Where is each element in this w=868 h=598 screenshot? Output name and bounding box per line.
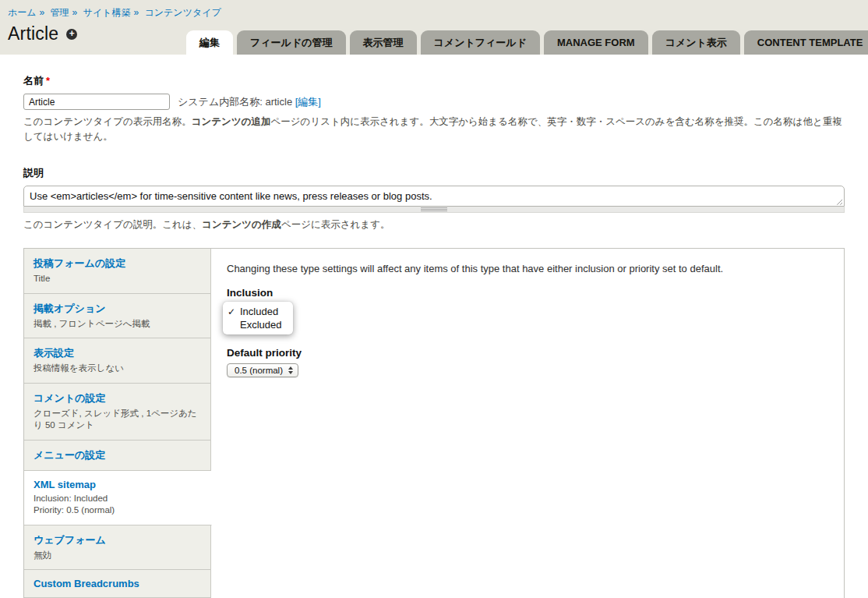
breadcrumb-link-home[interactable]: ホーム xyxy=(8,7,37,18)
select-arrows-icon xyxy=(288,366,293,374)
inclusion-dropdown-menu: ✓ Included Excluded xyxy=(223,302,293,334)
description-field-help: このコンテンツタイプの説明。これは、コンテンツの作成ページに表示されます。 xyxy=(23,218,845,232)
page-header: ホーム» 管理» サイト構築» コンテンツタイプ Article + 編集 フィ… xyxy=(0,0,868,55)
main-content: 名前* システム内部名称: article [編集] このコンテンツタイプの表示… xyxy=(0,55,868,598)
dropdown-option-excluded[interactable]: Excluded xyxy=(223,318,293,331)
primary-tabs: 編集 フィールドの管理 表示管理 コメントフィールド MANAGE FORM コ… xyxy=(186,30,868,55)
add-circle-icon[interactable]: + xyxy=(66,29,77,40)
description-field-label: 説明 xyxy=(23,166,845,180)
name-field-label: 名前 xyxy=(23,75,44,87)
machine-name-edit-link[interactable]: [編集] xyxy=(295,96,321,108)
vertical-tabs-menu: 投稿フォームの設定 Title 掲載オプション 掲載 , フロントページへ掲載 … xyxy=(24,249,211,598)
description-textarea[interactable]: Use <em>articles</em> for time-sensitive… xyxy=(23,186,845,207)
vtab-menu-settings[interactable]: メニューの設定 xyxy=(24,441,211,471)
breadcrumb-link-content-types[interactable]: コンテンツタイプ xyxy=(145,7,221,18)
tab-edit[interactable]: 編集 xyxy=(186,30,233,55)
name-field-section: 名前* システム内部名称: article [編集] このコンテンツタイプの表示… xyxy=(23,55,845,145)
page-title: Article xyxy=(8,23,58,44)
description-field-section: 説明 Use <em>articles</em> for time-sensit… xyxy=(23,166,845,232)
xml-sitemap-intro: Changing these type settings will affect… xyxy=(227,263,828,274)
vtab-publishing-options[interactable]: 掲載オプション 掲載 , フロントページへ掲載 xyxy=(24,294,211,339)
default-priority-select[interactable]: 0.5 (normal) xyxy=(227,363,298,377)
name-field-label-row: 名前* xyxy=(23,74,845,88)
grippie-lines-icon xyxy=(421,207,447,211)
required-marker: * xyxy=(46,75,50,87)
breadcrumb-separator: » xyxy=(40,7,45,18)
tab-comment-fields[interactable]: コメントフィールド xyxy=(421,30,540,55)
vertical-tabs-fieldset: 投稿フォームの設定 Title 掲載オプション 掲載 , フロントページへ掲載 … xyxy=(23,248,845,598)
vtab-xml-sitemap[interactable]: XML sitemap Inclusion: Included Priority… xyxy=(24,471,212,525)
breadcrumb: ホーム» 管理» サイト構築» コンテンツタイプ xyxy=(8,6,860,19)
breadcrumb-separator: » xyxy=(133,7,139,18)
breadcrumb-separator: » xyxy=(72,7,78,18)
breadcrumb-link-admin[interactable]: 管理 xyxy=(51,7,69,18)
dropdown-option-included[interactable]: ✓ Included xyxy=(223,305,293,318)
vtab-submission-form[interactable]: 投稿フォームの設定 Title xyxy=(24,249,211,294)
name-input[interactable] xyxy=(23,94,170,110)
name-field-help: このコンテンツタイプの表示用名称。コンテンツの追加ページのリスト内に表示されます… xyxy=(23,115,845,145)
breadcrumb-link-structure[interactable]: サイト構築 xyxy=(83,7,131,18)
xml-sitemap-pane: Changing these type settings will affect… xyxy=(211,249,844,598)
machine-name-text: システム内部名称: article [編集] xyxy=(178,95,321,109)
vtab-custom-breadcrumbs[interactable]: Custom Breadcrumbs xyxy=(24,570,211,598)
vtab-comment-settings[interactable]: コメントの設定 クローズド, スレッド形式 , 1ページあたり 50 コメント xyxy=(24,384,211,441)
checkmark-icon: ✓ xyxy=(228,306,240,317)
tab-manage-form[interactable]: MANAGE FORM xyxy=(544,30,648,55)
tab-content-template[interactable]: CONTENT TEMPLATE xyxy=(744,30,868,55)
default-priority-label: Default priority xyxy=(227,347,828,359)
vtab-display-settings[interactable]: 表示設定 投稿情報を表示しない xyxy=(24,338,211,384)
tab-manage-fields[interactable]: フィールドの管理 xyxy=(237,30,346,55)
tab-manage-display[interactable]: 表示管理 xyxy=(350,30,417,55)
textarea-grippie-handle[interactable] xyxy=(23,207,845,213)
tab-comment-display[interactable]: コメント表示 xyxy=(652,30,740,55)
vtab-webform[interactable]: ウェブフォーム 無効 xyxy=(24,525,211,571)
inclusion-label: Inclusion xyxy=(227,287,828,299)
